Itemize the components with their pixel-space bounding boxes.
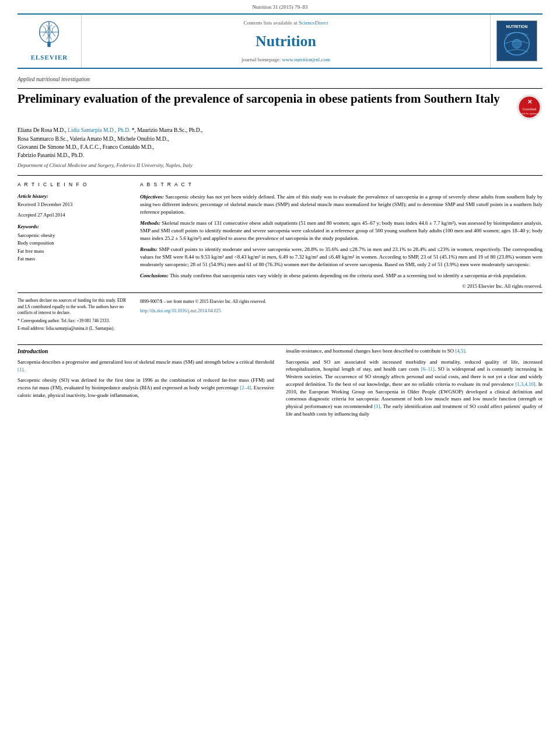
doi-link[interactable]: http://dx.doi.org/10.1016/j.nut.2014.04.… bbox=[140, 308, 542, 314]
article-info-col: A R T I C L E I N F O Article history: R… bbox=[18, 182, 128, 290]
publisher-logo-area: ELSEVIER bbox=[18, 15, 82, 68]
objectives-text: Sarcopenic obesity has not yet been wide… bbox=[140, 194, 542, 215]
ref-1b[interactable]: [1] bbox=[374, 403, 380, 409]
article-type: Applied nutritional investigation bbox=[18, 76, 542, 83]
ref-1-3-4-10[interactable]: [1,3,4,10] bbox=[515, 381, 535, 387]
body-top-divider bbox=[18, 344, 542, 345]
crossmark-icon: ✕ CrossMark click for updates bbox=[516, 94, 542, 120]
journal-header: ELSEVIER Contents lists available at Sci… bbox=[18, 13, 542, 69]
corresponding-footnote: * Corresponding author. Tel./fax: +39 08… bbox=[18, 318, 128, 325]
mid-divider bbox=[18, 175, 542, 176]
keyword-1: Sarcopenic obesity bbox=[18, 232, 128, 240]
issn-text: 0899-9007/$ – see front matter © 2015 El… bbox=[140, 299, 542, 305]
page: Nutrition 31 (2015) 79–83 ELSEVIER bbox=[0, 0, 560, 421]
abstract-methods: Methods: Skeletal muscle mass of 131 con… bbox=[140, 219, 542, 242]
contents-available-text: Contents lists available at ScienceDirec… bbox=[244, 19, 328, 27]
journal-title-area: Contents lists available at ScienceDirec… bbox=[82, 15, 490, 68]
doi-url[interactable]: http://dx.doi.org/10.1016/j.nut.2014.04.… bbox=[140, 308, 221, 313]
results-text: SMP cutoff points to identify moderate a… bbox=[140, 246, 542, 267]
svg-point-7 bbox=[512, 39, 522, 48]
body-area: Introduction Sarcopenia describes a prog… bbox=[18, 334, 542, 421]
svg-text:NUTRITION: NUTRITION bbox=[506, 25, 527, 29]
copyright: © 2015 Elsevier Inc. All rights reserved… bbox=[140, 283, 542, 290]
email-label: E-mail address: bbox=[18, 326, 45, 331]
body-left-col: Introduction Sarcopenia describes a prog… bbox=[18, 347, 274, 421]
objectives-label: Objectives: bbox=[140, 194, 164, 200]
right-para2: Sarcopenia and SO are associated with in… bbox=[286, 358, 542, 418]
ref-2-4[interactable]: [2–4] bbox=[240, 385, 251, 391]
svg-text:click for updates: click for updates bbox=[521, 112, 538, 115]
right-para1: insulin-resistance, and hormonal changes… bbox=[286, 347, 542, 355]
abstract-objectives: Objectives: Sarcopenic obesity has not y… bbox=[140, 193, 542, 216]
journal-name: Nutrition bbox=[256, 31, 316, 52]
abstract-conclusions: Conclusions: This study confirms that sa… bbox=[140, 272, 542, 280]
ref-1[interactable]: [1] bbox=[18, 367, 23, 372]
ref-4-5[interactable]: [4,5] bbox=[455, 348, 465, 354]
homepage-text: journal homepage: www.nutritionjrnl.com bbox=[242, 56, 330, 64]
history-label: Article history: bbox=[18, 193, 128, 200]
introduction-heading: Introduction bbox=[18, 347, 274, 355]
funding-footnote: The authors declare no sources of fundin… bbox=[18, 298, 128, 316]
elsevier-tree-icon bbox=[32, 20, 66, 50]
authors: Eliana De Rosa M.D., Lidia Santarpia M.D… bbox=[18, 126, 542, 159]
received-date: Received 3 December 2013 bbox=[18, 201, 128, 208]
abstract-heading: A B S T R A C T bbox=[140, 182, 542, 189]
abstract-col: A B S T R A C T Objectives: Sarcopenic o… bbox=[140, 182, 542, 290]
conclusions-text: This study confirms that sarcopenia rate… bbox=[170, 273, 527, 278]
elsevier-brand-name: ELSEVIER bbox=[31, 53, 68, 62]
body-two-col: Introduction Sarcopenia describes a prog… bbox=[18, 347, 542, 421]
info-abstract-section: A R T I C L E I N F O Article history: R… bbox=[18, 182, 542, 290]
abstract-results: Results: SMP cutoff points to identify m… bbox=[140, 246, 542, 269]
article-area: Applied nutritional investigation Prelim… bbox=[18, 69, 542, 334]
article-title-row: Preliminary evaluation of the prevalence… bbox=[18, 91, 542, 120]
article-title: Preliminary evaluation of the prevalence… bbox=[18, 91, 505, 106]
conclusions-label: Conclusions: bbox=[140, 273, 169, 278]
intro-para2: Sarcopenic obesity (SO) was defined for … bbox=[18, 376, 274, 399]
methods-label: Methods: bbox=[140, 220, 160, 226]
journal-citation: Nutrition 31 (2015) 79–83 bbox=[0, 0, 560, 13]
sciencedirect-link[interactable]: ScienceDirect bbox=[299, 20, 328, 26]
accepted-date: Accepted 27 April 2014 bbox=[18, 212, 128, 219]
article-info-heading: A R T I C L E I N F O bbox=[18, 182, 128, 189]
citation-text: Nutrition 31 (2015) 79–83 bbox=[252, 4, 307, 10]
elsevier-logo: ELSEVIER bbox=[31, 20, 68, 62]
bottom-divider bbox=[18, 292, 542, 293]
email-value: lidia.santarpia@unina.it (L. Santarpia). bbox=[46, 326, 114, 331]
journal-cover-image: NUTRITION bbox=[496, 20, 537, 61]
svg-text:✕: ✕ bbox=[527, 99, 532, 105]
journal-cover-area: NUTRITION bbox=[490, 15, 542, 68]
cover-graphic: NUTRITION bbox=[496, 21, 537, 61]
crossmark-badge[interactable]: ✕ CrossMark click for updates bbox=[516, 94, 542, 120]
ref-6-11[interactable]: [6–11] bbox=[421, 366, 435, 372]
journal-url: www.nutritionjrnl.com bbox=[282, 57, 330, 62]
svg-text:CrossMark: CrossMark bbox=[522, 107, 537, 111]
results-label: Results: bbox=[140, 246, 158, 252]
footnotes-area: The authors declare no sources of fundin… bbox=[18, 298, 542, 334]
keyword-2: Body composition bbox=[18, 239, 128, 247]
email-footnote: E-mail address: lidia.santarpia@unina.it… bbox=[18, 326, 128, 332]
keyword-4: Fat mass bbox=[18, 255, 128, 263]
intro-para1: Sarcopenia describes a progressive and g… bbox=[18, 358, 274, 374]
keywords-label: Keywords: bbox=[18, 224, 128, 231]
affiliation: Department of Clinical Medicine and Surg… bbox=[18, 162, 542, 169]
methods-text: Skeletal muscle mass of 131 consecutive … bbox=[140, 220, 542, 241]
issn-doi-col: 0899-9007/$ – see front matter © 2015 El… bbox=[140, 298, 542, 334]
body-right-col: insulin-resistance, and hormonal changes… bbox=[286, 347, 542, 421]
top-divider bbox=[18, 88, 542, 89]
footnote-col: The authors declare no sources of fundin… bbox=[18, 298, 128, 334]
keyword-3: Fat free mass bbox=[18, 247, 128, 256]
author-santarpia[interactable]: Lidia Santarpia M.D., Ph.D. bbox=[68, 127, 130, 133]
